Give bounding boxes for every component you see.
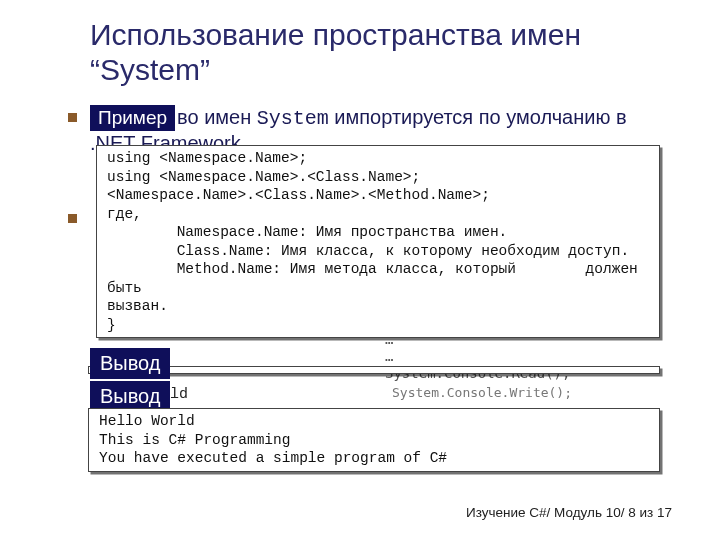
primer-badge: Пример [90, 105, 175, 131]
writeln-fragment: System.Console.Write(); [392, 385, 652, 400]
using-syntax-text: using <Namespace.Name>; using <Namespace… [107, 149, 649, 334]
output-box-hidden-strip [88, 366, 660, 374]
output-ld-fragment: ld [170, 386, 188, 403]
using-syntax-box: using <Namespace.Name>; using <Namespace… [96, 145, 660, 338]
slide-footer: Изучение C#/ Модуль 10/ 8 из 17 [466, 505, 672, 520]
output-text: Hello World This is C# Programming You h… [99, 412, 649, 468]
output-box: Hello World This is C# Programming You h… [88, 408, 660, 472]
output-badge-1: Вывод [90, 348, 170, 379]
bullet1-prefix: во имен [177, 106, 257, 128]
slide-title: Использование пространства имен “System” [90, 18, 680, 87]
bullet1-codeword: System [257, 107, 329, 130]
writeln-text: System.Console.Write(); [392, 385, 652, 400]
output-label-1: Вывод [90, 348, 172, 379]
